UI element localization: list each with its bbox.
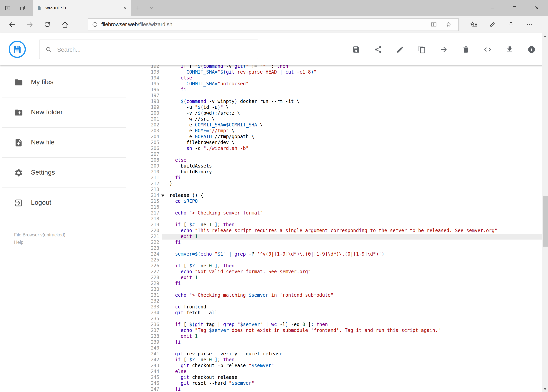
code-line[interactable]: 241 git rev-parse --verify --quiet relea… — [129, 351, 542, 357]
code-line[interactable]: 232 — [129, 298, 542, 304]
filebrowser-logo[interactable] — [9, 41, 26, 58]
hub-button[interactable] — [464, 16, 483, 33]
code-line[interactable]: 218 — [129, 216, 542, 222]
code-line[interactable]: 205 filebrowser/dev \ — [129, 140, 542, 146]
code-line[interactable]: 200 -v /$(pwd):/src:z \ — [129, 110, 542, 116]
code-line[interactable]: 242 if [ $? -ne 0 ]; then — [129, 357, 542, 363]
code-line[interactable]: 208 else — [129, 157, 542, 163]
code-line[interactable]: 209 buildAssets — [129, 163, 542, 169]
code-line[interactable]: 213 — [129, 187, 542, 193]
edit-button[interactable] — [392, 42, 408, 57]
add-favorite-button[interactable] — [443, 21, 454, 28]
code-line[interactable]: 223 — [129, 245, 542, 251]
copy-button[interactable] — [414, 42, 430, 57]
code-line[interactable]: 196 fi — [129, 87, 542, 93]
more-options-button[interactable] — [520, 16, 539, 33]
code-line[interactable]: 234 git fetch --all — [129, 310, 542, 316]
code-line[interactable]: 197 — [129, 93, 542, 99]
info-button[interactable] — [524, 42, 539, 57]
set-tabs-aside-button[interactable] — [0, 0, 15, 16]
back-button[interactable] — [3, 16, 21, 33]
close-window-button[interactable] — [526, 0, 548, 16]
code-line[interactable]: 198 $(command -v winpty) docker run --rm… — [129, 99, 542, 105]
code-line[interactable]: 237 echo "Tag $semver does not exist in … — [129, 328, 542, 334]
code-line[interactable]: 220 echo "This release script requires a… — [129, 228, 542, 234]
minimize-button[interactable] — [481, 0, 503, 16]
sidebar-item-new-folder[interactable]: New folder — [0, 98, 129, 127]
code-line[interactable]: 235 — [129, 316, 542, 322]
code-line[interactable]: 214release () { — [129, 193, 542, 198]
refresh-button[interactable] — [38, 16, 56, 33]
sidebar-item-logout[interactable]: Logout — [0, 188, 129, 218]
code-line[interactable]: 227 echo "Not valid semver format. See s… — [129, 269, 542, 275]
code-line[interactable]: 195 COMMIT_SHA="untracked" — [129, 81, 542, 87]
code-line[interactable]: 233 cd frontend — [129, 304, 542, 310]
scroll-down-button[interactable] — [542, 386, 548, 392]
code-line[interactable]: 229 fi — [129, 281, 542, 287]
code-line[interactable]: 206 sh -c "./wizard.sh -b" — [129, 146, 542, 152]
code-line[interactable]: 224 semver=$(echo "$1" | grep -P '^v(0|[… — [129, 251, 542, 257]
code-line[interactable]: 211 fi — [129, 175, 542, 181]
tab-preview-toggle-button[interactable] — [145, 0, 159, 16]
code-line[interactable]: 219 if [ $# -ne 1 ]; then — [129, 222, 542, 228]
search-box[interactable] — [39, 40, 258, 59]
code-line[interactable]: 212} — [129, 181, 542, 187]
home-button[interactable] — [56, 16, 74, 33]
help-link[interactable]: Help — [14, 238, 65, 246]
page-scrollbar[interactable] — [542, 33, 548, 392]
code-line[interactable]: 236 if [ $(git tag | grep "$semver" | wc… — [129, 322, 542, 328]
site-info-icon[interactable] — [92, 21, 98, 28]
save-button[interactable] — [348, 42, 364, 57]
search-input[interactable] — [57, 46, 252, 53]
code-line[interactable]: 193 COMMIT_SHA="$(git rev-parse HEAD | c… — [129, 69, 542, 75]
code-line[interactable]: 221 exit 1 — [129, 234, 542, 239]
code-line[interactable]: 222 fi — [129, 239, 542, 245]
code-line[interactable]: 203 -e HOME="//tmp" \ — [129, 128, 542, 134]
sidebar-item-settings[interactable]: Settings — [0, 158, 129, 188]
code-line[interactable]: 194 else — [129, 75, 542, 81]
code-line[interactable]: 244 else — [129, 369, 542, 375]
maximize-button[interactable] — [503, 0, 526, 16]
share-button[interactable] — [502, 16, 520, 33]
code-line[interactable]: 238 exit 1 — [129, 334, 542, 339]
browser-tab[interactable]: wizard.sh — [33, 0, 131, 16]
raw-code-button[interactable] — [480, 42, 496, 57]
code-line[interactable]: 240 — [129, 345, 542, 351]
code-line[interactable]: 246 git reset --hard "$semver" — [129, 380, 542, 386]
code-line[interactable]: 199 -u "$(id -u)" \ — [129, 105, 542, 110]
annotate-button[interactable] — [483, 16, 502, 33]
code-line[interactable]: 204 -e GOPATH=//tmp/gopath \ — [129, 134, 542, 140]
code-line[interactable]: 228 exit 1 — [129, 275, 542, 281]
code-line[interactable]: 243 git checkout -b release "$semver" — [129, 363, 542, 369]
code-line[interactable]: 230 — [129, 287, 542, 292]
forward-button[interactable] — [21, 16, 38, 33]
code-line[interactable]: 226 if [ $? -ne 0 ]; then — [129, 263, 542, 269]
code-line[interactable]: 192 if [ "$(command -v git)" != "" ]; th… — [129, 65, 542, 69]
sidebar-item-my-files[interactable]: My files — [0, 67, 129, 97]
code-line[interactable]: 239 fi — [129, 339, 542, 345]
code-line[interactable]: 207 — [129, 152, 542, 157]
share-button[interactable] — [370, 42, 386, 57]
code-line[interactable]: 216 — [129, 204, 542, 210]
code-line[interactable]: 245 git checkout release — [129, 375, 542, 380]
code-line[interactable]: 231 echo "> Checking matching $semver in… — [129, 292, 542, 298]
sidebar-item-new-file[interactable]: New file — [0, 128, 129, 157]
scrollbar-thumb[interactable] — [542, 196, 548, 247]
move-button[interactable] — [436, 42, 452, 57]
code-editor[interactable]: 192 if [ "$(command -v git)" != "" ]; th… — [129, 65, 542, 392]
scroll-up-button[interactable] — [542, 33, 548, 39]
delete-button[interactable] — [458, 42, 474, 57]
code-line[interactable]: 210 buildBinary — [129, 169, 542, 175]
tabs-set-aside-button[interactable] — [15, 0, 30, 16]
code-line[interactable]: 225 — [129, 257, 542, 263]
tab-close-button[interactable] — [123, 6, 127, 10]
address-bar[interactable]: filebrowser.web/files/wizard.sh — [88, 18, 458, 31]
code-line[interactable]: 202 -e COMMIT_SHA=$COMMIT_SHA \ — [129, 122, 542, 128]
new-tab-button[interactable] — [131, 0, 145, 16]
reading-view-button[interactable] — [428, 21, 439, 28]
download-button[interactable] — [502, 42, 518, 57]
code-line[interactable]: 215 cd $REPO — [129, 198, 542, 204]
code-line[interactable]: 201 -w //src \ — [129, 116, 542, 122]
fold-marker-icon[interactable] — [161, 195, 164, 197]
code-line[interactable]: 217 echo "> Checking semver format" — [129, 210, 542, 216]
